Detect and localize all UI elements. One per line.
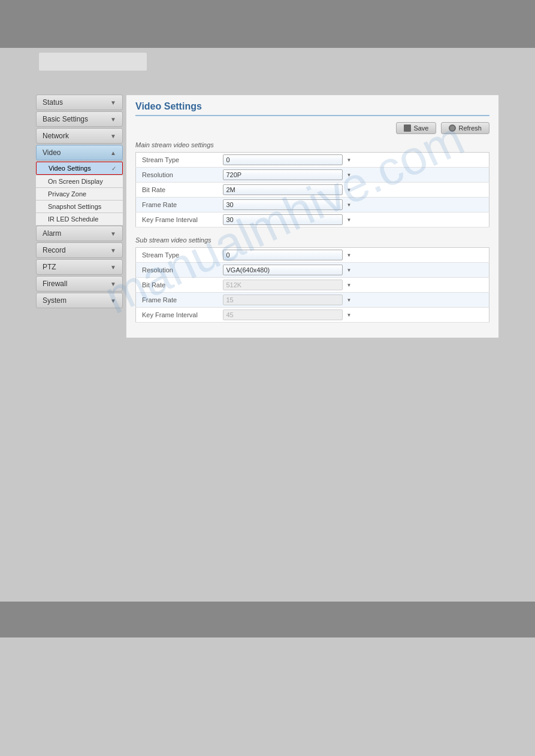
stream-type-main-label: Stream Type xyxy=(136,153,220,168)
sidebar-subitem-ir-led-schedule[interactable]: IR LED Schedule xyxy=(36,213,123,225)
checkmark-icon: ✓ xyxy=(111,165,116,172)
sidebar-item-ptz-label: PTZ xyxy=(43,263,56,271)
table-row: Bit Rate 2M xyxy=(136,183,489,198)
table-row: Stream Type 0 xyxy=(136,248,489,263)
chevron-down-icon: ▼ xyxy=(110,264,116,271)
sidebar-item-ptz[interactable]: PTZ ▼ xyxy=(36,259,123,275)
sidebar-item-status-label: Status xyxy=(43,98,63,107)
resolution-main-select[interactable]: 720P xyxy=(223,169,343,180)
frame-rate-main-wrapper: 30 xyxy=(223,199,355,210)
table-row: Bit Rate 512K xyxy=(136,278,489,293)
key-frame-sub-label: Key Frame Interval xyxy=(136,308,220,323)
bit-rate-sub-select[interactable]: 512K xyxy=(223,280,343,290)
bit-rate-sub-label: Bit Rate xyxy=(136,278,220,293)
top-bar xyxy=(0,0,535,48)
frame-rate-sub-label: Frame Rate xyxy=(136,293,220,308)
main-stream-table: Stream Type 0 Resolution 720P xyxy=(135,152,489,227)
sidebar-item-basic-settings-label: Basic Settings xyxy=(43,115,88,123)
sidebar-item-record-label: Record xyxy=(43,246,66,254)
key-frame-main-wrapper: 30 xyxy=(223,214,355,225)
key-frame-sub-wrapper: 45 xyxy=(223,309,355,320)
sidebar-item-firewall-label: Firewall xyxy=(43,280,67,288)
sidebar-subitem-snapshot-settings-label: Snapshot Settings xyxy=(48,203,101,210)
sidebar-subitem-privacy-zone-label: Privacy Zone xyxy=(48,190,86,198)
bit-rate-main-wrapper: 2M xyxy=(223,184,355,195)
sidebar-submenu-video: Video Settings ✓ On Screen Display Priva… xyxy=(36,162,123,225)
sidebar-item-system-label: System xyxy=(43,296,67,305)
sidebar-subitem-on-screen-display[interactable]: On Screen Display xyxy=(36,175,123,187)
table-row: Key Frame Interval 45 xyxy=(136,308,489,323)
panel-title: Video Settings xyxy=(135,101,489,116)
resolution-sub-wrapper: VGA(640x480) xyxy=(223,265,355,275)
key-frame-sub-select[interactable]: 45 xyxy=(223,309,343,320)
chevron-down-icon: ▼ xyxy=(110,99,116,106)
key-frame-main-select[interactable]: 30 xyxy=(223,214,343,225)
sub-bar xyxy=(39,53,147,71)
table-row: Resolution VGA(640x480) xyxy=(136,263,489,278)
sidebar-subitem-video-settings-label: Video Settings xyxy=(49,165,91,172)
frame-rate-main-select[interactable]: 30 xyxy=(223,199,343,210)
sidebar-item-system[interactable]: System ▼ xyxy=(36,293,123,308)
bit-rate-sub-wrapper: 512K xyxy=(223,280,355,290)
frame-rate-sub-select[interactable]: 15 xyxy=(223,294,343,305)
chevron-down-icon: ▼ xyxy=(110,116,116,123)
toolbar: Save Refresh xyxy=(135,122,489,134)
resolution-sub-label: Resolution xyxy=(136,263,220,278)
bit-rate-main-select[interactable]: 2M xyxy=(223,184,343,195)
sub-stream-table: Stream Type 0 Resolution VGA(640x480) xyxy=(135,247,489,323)
refresh-icon xyxy=(449,125,456,132)
sidebar-subitem-ir-led-schedule-label: IR LED Schedule xyxy=(48,215,98,223)
resolution-sub-select[interactable]: VGA(640x480) xyxy=(223,265,343,275)
stream-type-sub-select[interactable]: 0 xyxy=(223,250,343,260)
sidebar-item-network-label: Network xyxy=(43,132,69,140)
stream-type-main-select[interactable]: 0 xyxy=(223,154,343,165)
table-row: Key Frame Interval 30 xyxy=(136,212,489,227)
stream-type-sub-label: Stream Type xyxy=(136,248,220,263)
key-frame-main-label: Key Frame Interval xyxy=(136,212,220,227)
main-stream-section-label: Main stream video settings xyxy=(135,141,489,148)
stream-type-sub-wrapper: 0 xyxy=(223,250,355,260)
sidebar: Status ▼ Basic Settings ▼ Network ▼ Vide… xyxy=(36,95,123,338)
sidebar-subitem-privacy-zone[interactable]: Privacy Zone xyxy=(36,188,123,200)
sidebar-item-alarm[interactable]: Alarm ▼ xyxy=(36,226,123,241)
sidebar-subitem-snapshot-settings[interactable]: Snapshot Settings xyxy=(36,201,123,212)
frame-rate-main-label: Frame Rate xyxy=(136,198,220,212)
save-icon xyxy=(404,125,411,132)
save-button[interactable]: Save xyxy=(396,122,436,134)
stream-type-main-wrapper: 0 xyxy=(223,154,355,165)
sub-stream-section-label: Sub stream video settings xyxy=(135,236,489,244)
sidebar-item-network[interactable]: Network ▼ xyxy=(36,128,123,144)
sidebar-subitem-video-settings[interactable]: Video Settings ✓ xyxy=(36,162,123,175)
sidebar-item-record[interactable]: Record ▼ xyxy=(36,242,123,258)
sidebar-item-video[interactable]: Video ▲ xyxy=(36,145,123,160)
table-row: Frame Rate 30 xyxy=(136,198,489,212)
main-panel: Video Settings Save Refresh Main stream … xyxy=(126,95,499,338)
chevron-down-icon: ▼ xyxy=(110,247,116,254)
sidebar-subitem-on-screen-display-label: On Screen Display xyxy=(48,178,103,185)
chevron-down-icon: ▼ xyxy=(110,281,116,287)
sidebar-item-status[interactable]: Status ▼ xyxy=(36,95,123,110)
chevron-down-icon: ▼ xyxy=(110,297,116,304)
resolution-main-label: Resolution xyxy=(136,168,220,183)
chevron-down-icon: ▼ xyxy=(110,230,116,237)
sidebar-item-video-label: Video xyxy=(43,148,61,157)
bit-rate-main-label: Bit Rate xyxy=(136,183,220,198)
refresh-label: Refresh xyxy=(458,125,482,132)
table-row: Stream Type 0 xyxy=(136,153,489,168)
resolution-main-wrapper: 720P xyxy=(223,169,355,180)
frame-rate-sub-wrapper: 15 xyxy=(223,294,355,305)
sidebar-item-basic-settings[interactable]: Basic Settings ▼ xyxy=(36,111,123,127)
chevron-up-icon: ▲ xyxy=(110,150,116,156)
sidebar-item-firewall[interactable]: Firewall ▼ xyxy=(36,276,123,292)
table-row: Resolution 720P xyxy=(136,168,489,183)
table-row: Frame Rate 15 xyxy=(136,293,489,308)
sidebar-item-alarm-label: Alarm xyxy=(43,229,61,238)
bottom-bar xyxy=(0,602,535,637)
refresh-button[interactable]: Refresh xyxy=(441,122,489,134)
save-label: Save xyxy=(413,125,428,132)
chevron-down-icon: ▼ xyxy=(110,133,116,139)
